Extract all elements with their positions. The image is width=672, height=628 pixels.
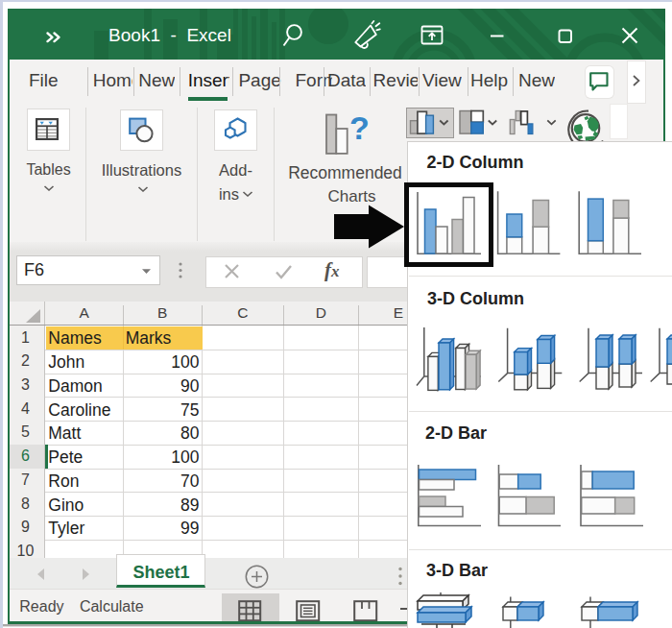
svg-text:?: ? bbox=[349, 113, 370, 146]
